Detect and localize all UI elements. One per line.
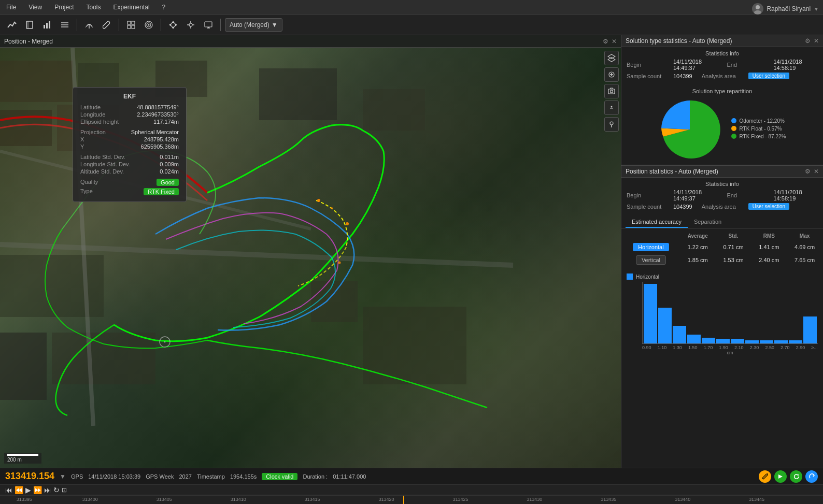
menu-view[interactable]: View: [26, 3, 44, 12]
timeline-forward-button[interactable]: [774, 470, 787, 483]
svg-rect-35: [259, 68, 337, 120]
histogram-bar-1: [658, 308, 672, 343]
ekf-lat-std-label: Latitude Std. Dev.: [80, 154, 125, 160]
tool-nav-arrows[interactable]: [165, 18, 181, 32]
vertical-btn-cell[interactable]: Vertical: [622, 254, 679, 266]
tool-monitor[interactable]: [201, 18, 216, 32]
map-area[interactable]: Position - Merged ⚙ ✕: [0, 35, 621, 468]
playback-play[interactable]: ▶: [24, 486, 32, 494]
tab-estimated-accuracy[interactable]: Estimated accuracy: [626, 217, 688, 228]
vertical-rms: 2.40 cm: [751, 254, 786, 266]
map-title: Position - Merged: [4, 38, 603, 45]
legend-rtk-fixed-label: RTK Fixed - 87.22%: [740, 134, 786, 139]
stats-info-title: Statistics info: [627, 50, 818, 56]
mode-dropdown-label: Auto (Merged): [230, 21, 269, 28]
tool-crosshair[interactable]: [183, 18, 198, 32]
menu-help[interactable]: ?: [160, 3, 168, 12]
timeline-dropdown-arrow[interactable]: ▼: [60, 473, 66, 480]
sol-stats-settings-icon[interactable]: ⚙: [805, 37, 811, 45]
toolbar: Auto (Merged) ▼: [0, 15, 823, 35]
mode-dropdown[interactable]: Auto (Merged) ▼: [225, 18, 282, 32]
timeline-replay-button[interactable]: [790, 470, 802, 483]
legend-odometer: Odometer - 12.20%: [731, 118, 786, 124]
sol-user-selection-button[interactable]: User selection: [748, 73, 789, 79]
x-label-7: 2.30: [750, 345, 759, 350]
histogram-x-unit: cm: [627, 350, 818, 355]
timeline-timestamp-value: 1954.155s: [230, 473, 257, 480]
playback-step-forward[interactable]: ⏩: [32, 486, 43, 494]
pos-stats-title-label: Position statistics - Auto (Merged): [626, 168, 718, 175]
timeline-timestamp-label: Timestamp: [197, 473, 225, 480]
timeline-pencil-button[interactable]: [759, 470, 771, 483]
playback-step-back[interactable]: ⏪: [13, 486, 24, 494]
svg-point-0: [756, 5, 760, 9]
pos-stats-close-icon[interactable]: ✕: [814, 168, 819, 175]
sol-sample-value: 104399: [673, 73, 692, 79]
map-title-bar: Position - Merged ⚙ ✕: [0, 35, 621, 48]
map-close-icon[interactable]: ✕: [612, 38, 617, 45]
histogram-bar-2: [673, 326, 686, 344]
menu-file[interactable]: File: [4, 3, 18, 12]
tool-bullseye[interactable]: [141, 18, 157, 32]
histogram-bar-6: [731, 339, 744, 343]
table-row-vertical: Vertical 1.85 cm 1.53 cm 2.40 cm 7.65 cm: [622, 254, 822, 266]
map-ctrl-zoom-in[interactable]: [604, 67, 619, 82]
svg-rect-4: [44, 25, 45, 28]
timeline-duration-value: 01:11:47.000: [333, 473, 366, 480]
pos-stats-settings-icon[interactable]: ⚙: [805, 168, 811, 175]
user-dropdown-icon[interactable]: ▼: [814, 6, 819, 12]
playback-skip-start[interactable]: ⏮: [4, 486, 13, 494]
ekf-longitude-row: Longitude 2.23496733530°: [80, 111, 179, 118]
accuracy-tabs: Estimated accuracy Separation: [621, 214, 823, 228]
x-label-6: 2.10: [734, 345, 744, 350]
tool-antenna[interactable]: [81, 18, 97, 32]
menu-experimental[interactable]: Experimental: [111, 3, 152, 12]
playback-loop[interactable]: ↻: [52, 486, 61, 494]
timeline-refresh-button[interactable]: [805, 470, 818, 483]
map-ctrl-layers[interactable]: [604, 51, 619, 65]
pie-container: Odometer - 12.20% RTK Float - 0.57% RTK …: [626, 98, 819, 161]
playback-skip-end[interactable]: ⏭: [43, 486, 52, 494]
ekf-alt-std-label: Altitude Std. Dev.: [80, 168, 124, 175]
svg-point-46: [164, 341, 166, 343]
map-ctrl-camera[interactable]: [604, 84, 619, 98]
ekf-panel: EKF Latitude 48.8881577549° Longitude 2.…: [73, 87, 187, 202]
ekf-type-row: Type RTK Fixed: [80, 188, 179, 195]
tab-separation[interactable]: Separation: [688, 217, 728, 228]
map-controls: [604, 51, 619, 132]
menu-project[interactable]: Project: [52, 3, 76, 12]
svg-rect-12: [132, 21, 135, 24]
tool-list[interactable]: [57, 18, 73, 32]
playback-crop[interactable]: ⊡: [61, 486, 68, 494]
map-settings-icon[interactable]: ⚙: [603, 38, 608, 45]
map-ctrl-pin[interactable]: [604, 117, 619, 132]
svg-marker-52: [608, 57, 615, 62]
horizontal-btn-cell[interactable]: Horizontal: [622, 241, 679, 253]
svg-rect-32: [0, 110, 52, 146]
ekf-lat-std-row: Latitude Std. Dev. 0.011m: [80, 154, 179, 160]
histogram-wrapper: % 44 33 22 11 0: [627, 282, 818, 344]
tool-grid[interactable]: [123, 18, 139, 32]
timeline-gps-date: 14/11/2018 15:03:39: [88, 473, 140, 480]
ekf-quality-row: Quality Good: [80, 179, 179, 186]
histogram-bar-11: [803, 316, 817, 343]
pos-begin-label: Begin: [627, 192, 668, 198]
menu-tools[interactable]: Tools: [84, 3, 103, 12]
vertical-button[interactable]: Vertical: [636, 255, 666, 265]
tool-line-chart[interactable]: [4, 18, 20, 32]
x-label-0: 0.90: [642, 345, 651, 350]
tool-bar-chart[interactable]: [39, 18, 55, 32]
ruler-mark-313440: 313440: [675, 497, 690, 502]
histogram-bar-4: [702, 338, 715, 344]
ekf-title: EKF: [80, 93, 179, 100]
horizontal-button[interactable]: Horizontal: [633, 243, 669, 251]
th-label: [622, 232, 679, 240]
pos-user-selection-button[interactable]: User selection: [748, 203, 789, 210]
ekf-alt-std-value: 0.024m: [160, 168, 179, 175]
map-ctrl-more[interactable]: [604, 100, 619, 115]
tool-wrench[interactable]: [99, 18, 115, 32]
sol-stats-close-icon[interactable]: ✕: [814, 37, 819, 45]
histogram-bar-0: [644, 284, 657, 343]
timeline-ruler[interactable]: 313395 313400 313405 313410 313415 31342…: [0, 495, 823, 504]
tool-book[interactable]: [22, 18, 37, 32]
